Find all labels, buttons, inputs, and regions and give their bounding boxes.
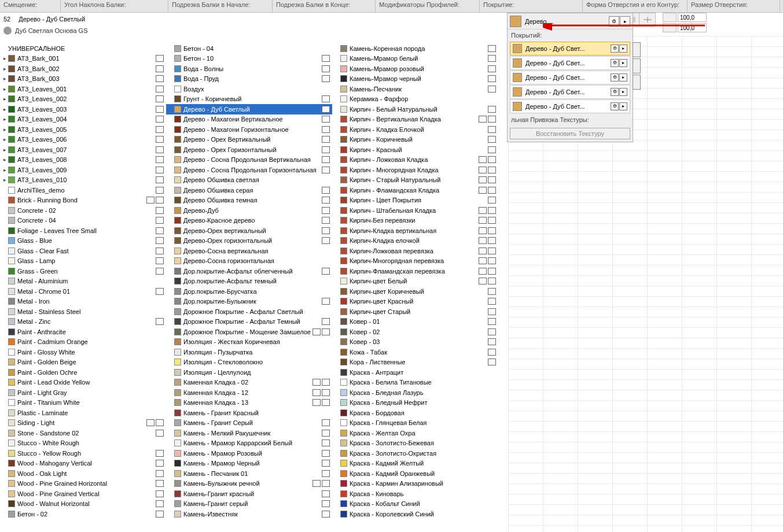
- material-item[interactable]: Камень-Мрамор черный: [332, 74, 498, 84]
- material-item[interactable]: Paint - Cadmium Orange: [0, 337, 166, 348]
- material-item[interactable]: Дорожное Покрытие - Асфальт Светлый: [166, 306, 332, 317]
- material-item[interactable]: Изоляция - Жесткая Коричневая: [166, 337, 332, 348]
- material-item[interactable]: Glass - Lamp: [0, 256, 166, 267]
- material-item[interactable]: Paint - Lead Oxide Yellow: [0, 378, 166, 388]
- link-mid-icon[interactable]: [633, 58, 641, 73]
- panel-dropdown-icon[interactable]: ▸: [620, 16, 630, 27]
- material-item[interactable]: Краска - Королевский Синий: [332, 509, 498, 519]
- material-item[interactable]: Дор.покрытие-Булыжник: [166, 297, 332, 307]
- material-item[interactable]: Краска - Золотисто-Бежевая: [332, 438, 498, 449]
- material-item[interactable]: Камень-Булыжник речной: [166, 479, 332, 489]
- hole-height-input[interactable]: [678, 23, 707, 32]
- material-item[interactable]: Glass - Blue: [0, 236, 166, 246]
- material-item[interactable]: Камень - Гранит Серый: [166, 418, 332, 428]
- material-item[interactable]: Кожа - Табак: [332, 347, 498, 357]
- material-item[interactable]: Wood - Oak Light: [0, 468, 166, 479]
- material-item[interactable]: Краска - Бледная Лазурь: [332, 387, 498, 398]
- material-item[interactable]: Siding - Light: [0, 418, 166, 428]
- material-item[interactable]: Concrete - 02: [0, 205, 166, 216]
- material-item[interactable]: Кирпич-Кладка вертикальная: [332, 226, 498, 236]
- material-item[interactable]: Дерево Обшивка светлая: [166, 175, 332, 186]
- material-item[interactable]: Дерево - Орех Горизонтальный: [166, 145, 332, 155]
- material-item[interactable]: Wood - Mahogany Vertical: [0, 459, 166, 469]
- material-item[interactable]: Дерево Обшивка темная: [166, 195, 332, 206]
- material-item[interactable]: ▸AT3_Leaves_007: [0, 145, 166, 155]
- material-item[interactable]: Камень-Песчаник: [332, 84, 498, 94]
- material-item[interactable]: Камень - Мелкий Ракушечник: [166, 428, 332, 438]
- material-item[interactable]: Кирпич - Старый Натуральный: [332, 175, 498, 186]
- material-item[interactable]: Краска - Кадмий Оранжевый: [332, 468, 498, 479]
- material-item[interactable]: Дор.покрытие-Асфальт темный: [166, 276, 332, 287]
- material-item[interactable]: Дор.покрытие-Асфальт облегченный: [166, 266, 332, 276]
- material-item[interactable]: Ковер - 01: [332, 317, 498, 327]
- material-item[interactable]: Дерево - Махагони Горизонтальное: [166, 124, 332, 135]
- material-item[interactable]: Кирпич-Кладка елочкой: [332, 236, 498, 246]
- material-item[interactable]: Кирпич-Фламандская перевязка: [332, 266, 498, 276]
- material-item[interactable]: Каменная Кладка - 12: [166, 387, 332, 398]
- material-item[interactable]: Дор.покрытие-Брусчатка: [166, 286, 332, 297]
- material-item[interactable]: Glass - Clear Fast: [0, 246, 166, 256]
- material-item[interactable]: Вода - Волны: [166, 64, 332, 74]
- material-item[interactable]: Кирпич - Вертикальная Кладка: [332, 114, 498, 125]
- material-item[interactable]: Краска - Желтая Охра: [332, 428, 498, 438]
- hole-width-input[interactable]: [678, 13, 707, 22]
- material-item[interactable]: Plastic - Laminate: [0, 408, 166, 418]
- material-item[interactable]: Кирпич-цвет Белый: [332, 276, 498, 287]
- material-item[interactable]: Дерево - Махагони Вертикальное: [166, 114, 332, 125]
- material-item[interactable]: Каменная Кладка - 13: [166, 398, 332, 408]
- coverage-item[interactable]: Дерево - Дуб Свет...⚙▸: [510, 85, 630, 99]
- material-item[interactable]: Дерево - Дуб Светлый: [166, 104, 332, 114]
- material-item[interactable]: Кирпич-цвет Старый: [332, 306, 498, 317]
- material-item[interactable]: Metal - Aluminium: [0, 276, 166, 287]
- material-item[interactable]: Paint - Light Gray: [0, 387, 166, 398]
- material-item[interactable]: Изоляция - Целлулоид: [166, 367, 332, 378]
- material-item[interactable]: Краска - Киноварь: [332, 489, 498, 499]
- material-item[interactable]: ▸AT3_Leaves_003: [0, 104, 166, 114]
- material-item[interactable]: ▸AT3_Leaves_006: [0, 135, 166, 145]
- material-item[interactable]: ▸AT3_Bark_002: [0, 64, 166, 74]
- material-item[interactable]: Кирпич-Многорядная перевязка: [332, 256, 498, 267]
- material-item[interactable]: Wood - Pine Grained Vertical: [0, 489, 166, 499]
- material-item[interactable]: Камень-Мрамор белый: [332, 54, 498, 64]
- material-item[interactable]: Краска - Кармин Ализариновый: [332, 479, 498, 489]
- material-item[interactable]: Дерево-Сосна вертикальная: [166, 246, 332, 256]
- coverage-item[interactable]: Дерево - Дуб Свет...⚙▸: [510, 42, 630, 56]
- material-item[interactable]: Кора - Лиственные: [332, 357, 498, 368]
- material-item[interactable]: Камень-Мрамор розовый: [332, 64, 498, 74]
- material-item[interactable]: Дерево-Красное дерево: [166, 216, 332, 226]
- options-icon[interactable]: ⚙: [611, 88, 619, 96]
- material-item[interactable]: Wood - Pine Grained Horizontal: [0, 479, 166, 489]
- material-item[interactable]: Дерево-Дуб: [166, 205, 332, 216]
- material-item[interactable]: Дерево Обшивка серая: [166, 185, 332, 195]
- material-item[interactable]: Краска - Бледный Нефрит: [332, 398, 498, 408]
- material-item[interactable]: Краска - Кадмий Желтый: [332, 459, 498, 469]
- material-item[interactable]: Бетон - 10: [166, 54, 332, 64]
- material-item[interactable]: ▸AT3_Leaves_009: [0, 165, 166, 175]
- material-item[interactable]: Краска - Бордовая: [332, 408, 498, 418]
- link-top-icon[interactable]: [633, 42, 641, 57]
- material-item[interactable]: ▸AT3_Leaves_001: [0, 84, 166, 94]
- material-item[interactable]: Кирпич-цвет Коричневый: [332, 286, 498, 297]
- material-item[interactable]: Stone - Sandstone 02: [0, 428, 166, 438]
- material-item[interactable]: Краска - Кобальт Синий: [332, 499, 498, 509]
- material-item[interactable]: Бетон - 04: [166, 43, 332, 54]
- material-item[interactable]: Paint - Golden Beige: [0, 357, 166, 368]
- material-item[interactable]: ▸AT3_Leaves_008: [0, 155, 166, 165]
- material-item[interactable]: Дорожное Покрытие - Мощение Замшелое: [166, 327, 332, 337]
- material-item[interactable]: Дорожное Покрытие - Асфальт Темный: [166, 317, 332, 327]
- material-item[interactable]: Камень-Известняк: [166, 509, 332, 519]
- material-item[interactable]: Вода - Пруд: [166, 74, 332, 84]
- arrow-icon[interactable]: ▸: [619, 102, 627, 110]
- material-item[interactable]: Foliage - Leaves Tree Small: [0, 226, 166, 236]
- material-item[interactable]: Кирпич-Без перевязки: [332, 216, 498, 226]
- material-item[interactable]: Камень - Мрамор Розовый: [166, 448, 332, 459]
- material-item[interactable]: Metal - Stainless Steel: [0, 306, 166, 317]
- restore-texture-button[interactable]: Восстановить Текстуру: [510, 128, 630, 139]
- material-item[interactable]: Кирпич-цвет Красный: [332, 297, 498, 307]
- material-item[interactable]: Кирпич - Ложковая Кладка: [332, 155, 498, 165]
- material-item[interactable]: Concrete - 04: [0, 216, 166, 226]
- coverage-item[interactable]: Дерево - Дуб Свет...⚙▸: [510, 71, 630, 84]
- material-item[interactable]: Кирпич - Многорядная Кладка: [332, 165, 498, 175]
- material-item[interactable]: Дерево-Орех вертикальный: [166, 226, 332, 236]
- material-item[interactable]: Paint - Glossy White: [0, 347, 166, 357]
